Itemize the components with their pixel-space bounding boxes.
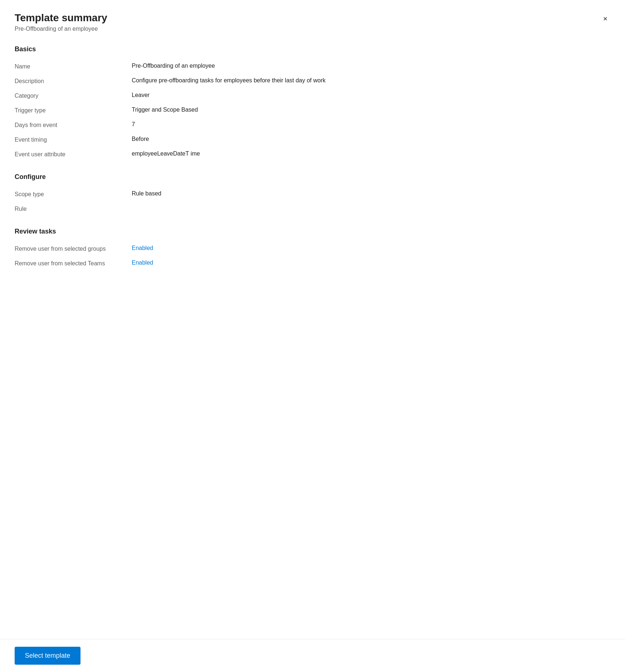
field-row-event-user-attribute: Event user attribute employeeLeaveDateT … <box>15 147 610 161</box>
dialog-content: Basics Name Pre-Offboarding of an employ… <box>0 38 625 639</box>
field-label-remove-groups: Remove user from selected groups <box>15 245 132 252</box>
field-value-name: Pre-Offboarding of an employee <box>132 63 610 69</box>
basics-section-title: Basics <box>15 45 610 53</box>
field-label-event-user-attribute: Event user attribute <box>15 150 132 158</box>
basics-section: Basics Name Pre-Offboarding of an employ… <box>15 45 610 161</box>
field-row-rule: Rule <box>15 201 610 216</box>
field-label-rule: Rule <box>15 205 132 212</box>
field-label-category: Category <box>15 92 132 99</box>
close-icon: × <box>603 15 607 23</box>
field-value-remove-groups: Enabled <box>132 245 610 251</box>
field-label-days-from-event: Days from event <box>15 121 132 128</box>
review-tasks-section: Review tasks Remove user from selected g… <box>15 228 610 270</box>
field-row-description: Description Configure pre-offboarding ta… <box>15 74 610 88</box>
dialog-subtitle: Pre-Offboarding of an employee <box>15 26 107 32</box>
field-row-remove-teams: Remove user from selected Teams Enabled <box>15 256 610 270</box>
field-value-event-timing: Before <box>132 136 610 142</box>
header-text-block: Template summary Pre-Offboarding of an e… <box>15 12 107 32</box>
field-label-trigger-type: Trigger type <box>15 107 132 114</box>
field-label-event-timing: Event timing <box>15 136 132 143</box>
field-row-category: Category Leaver <box>15 88 610 103</box>
template-summary-dialog: Template summary Pre-Offboarding of an e… <box>0 0 625 672</box>
field-value-scope-type: Rule based <box>132 190 610 197</box>
configure-section: Configure Scope type Rule based Rule <box>15 173 610 216</box>
configure-section-title: Configure <box>15 173 610 181</box>
field-row-remove-groups: Remove user from selected groups Enabled <box>15 241 610 256</box>
field-label-scope-type: Scope type <box>15 190 132 198</box>
field-value-days-from-event: 7 <box>132 121 610 128</box>
field-value-remove-teams: Enabled <box>132 260 610 266</box>
field-value-description: Configure pre-offboarding tasks for empl… <box>132 77 610 84</box>
review-tasks-section-title: Review tasks <box>15 228 610 235</box>
field-label-name: Name <box>15 63 132 70</box>
dialog-header: Template summary Pre-Offboarding of an e… <box>0 0 625 38</box>
dialog-title: Template summary <box>15 12 107 24</box>
dialog-footer: Select template <box>0 639 625 672</box>
field-row-name: Name Pre-Offboarding of an employee <box>15 59 610 74</box>
field-row-event-timing: Event timing Before <box>15 132 610 147</box>
field-row-trigger-type: Trigger type Trigger and Scope Based <box>15 103 610 117</box>
field-value-event-user-attribute: employeeLeaveDateT ime <box>132 150 610 157</box>
field-value-category: Leaver <box>132 92 610 98</box>
field-row-days-from-event: Days from event 7 <box>15 117 610 132</box>
field-label-description: Description <box>15 77 132 85</box>
close-button[interactable]: × <box>600 12 610 26</box>
field-row-scope-type: Scope type Rule based <box>15 187 610 201</box>
field-label-remove-teams: Remove user from selected Teams <box>15 260 132 267</box>
select-template-button[interactable]: Select template <box>15 647 81 665</box>
field-value-trigger-type: Trigger and Scope Based <box>132 107 610 113</box>
